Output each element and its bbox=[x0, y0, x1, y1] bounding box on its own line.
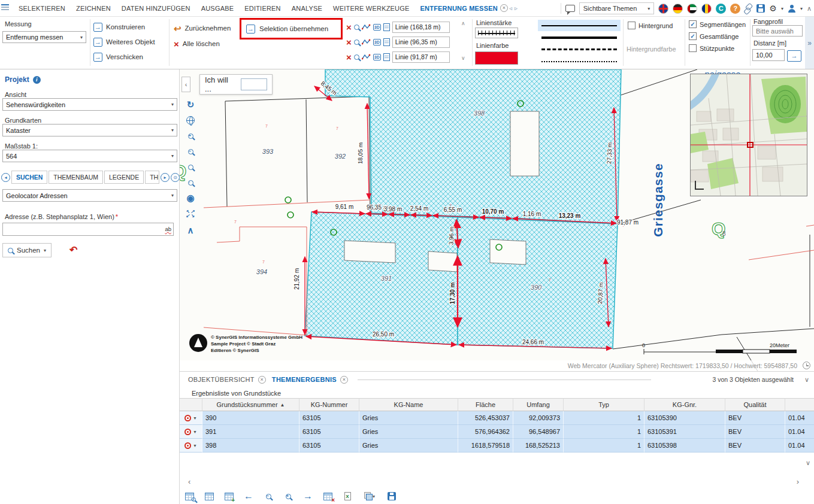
menu-selektieren[interactable]: SELEKTIEREN bbox=[13, 5, 71, 12]
line-entry[interactable]: Linie (96,35 m) bbox=[392, 37, 450, 48]
zoom-out-icon[interactable] bbox=[183, 145, 198, 158]
line-style-option[interactable] bbox=[538, 20, 621, 31]
zoom-previous-icon[interactable] bbox=[183, 160, 198, 174]
excel-export-icon[interactable]: X bbox=[341, 490, 353, 502]
header-kg-name[interactable]: KG-Name bbox=[359, 398, 458, 411]
record-icon[interactable] bbox=[184, 415, 191, 421]
cookie-settings-icon[interactable]: C bbox=[716, 4, 726, 14]
spellcheck-icon[interactable]: ab bbox=[165, 226, 171, 232]
user-icon[interactable] bbox=[788, 5, 796, 13]
geolocator-select[interactable]: Geolocator Adressen ▾ bbox=[2, 189, 177, 202]
export-icon[interactable]: ▾ bbox=[361, 490, 378, 502]
zoom-to-line-icon[interactable] bbox=[354, 25, 359, 30]
table-row[interactable]: ▼ 390 63105 Gries 526,453037 92,009373 1… bbox=[180, 411, 814, 425]
menu-daten-hinzufuegen[interactable]: DATEN HINZUFÜGEN bbox=[116, 5, 196, 12]
zoom-in-icon[interactable] bbox=[282, 490, 294, 502]
globe-icon[interactable] bbox=[183, 114, 198, 127]
collapse-sidebar-icon[interactable]: ‹ bbox=[181, 77, 190, 92]
horizontal-scrollbar[interactable]: ‹ › bbox=[180, 477, 804, 488]
tab-suchen[interactable]: SUCHEN bbox=[11, 171, 47, 184]
center-map-icon[interactable]: ◉ bbox=[183, 192, 198, 205]
caret-down-icon[interactable]: ▼ bbox=[193, 430, 197, 434]
measure-line-icon[interactable] bbox=[362, 53, 371, 60]
table-add-icon[interactable]: + bbox=[223, 490, 235, 502]
alle-loeschen-button[interactable]: × Alle löschen bbox=[174, 38, 220, 49]
grundkarten-select[interactable]: Kataster ▾ bbox=[2, 124, 177, 136]
record-icon[interactable] bbox=[184, 442, 191, 449]
menu-analyse[interactable]: ANALYSE bbox=[286, 5, 328, 12]
table-icon[interactable] bbox=[203, 490, 215, 502]
fangprofil-select[interactable]: Bitte auswäh bbox=[752, 25, 803, 37]
menu-zeichnen[interactable]: ZEICHNEN bbox=[71, 5, 116, 12]
line-width-select[interactable] bbox=[475, 28, 518, 38]
info-icon[interactable]: i bbox=[33, 76, 41, 84]
zoom-to-line-icon[interactable] bbox=[354, 40, 359, 45]
clear-selection-icon[interactable]: × bbox=[322, 490, 334, 502]
header-datum[interactable] bbox=[785, 398, 814, 411]
nav-prev-icon[interactable]: ◃ bbox=[508, 5, 513, 11]
header-qualitaet[interactable]: Qualität bbox=[725, 398, 785, 411]
close-icon[interactable]: × bbox=[340, 376, 348, 384]
zoom-to-line-icon[interactable] bbox=[354, 54, 359, 60]
collapse-panel-icon[interactable]: ∨ bbox=[800, 376, 814, 384]
scroll-down-icon[interactable]: ∨ bbox=[806, 459, 810, 467]
verschicken-button[interactable]: → Verschicken bbox=[93, 51, 143, 62]
app-menu-icon[interactable] bbox=[1, 4, 9, 12]
caret-down-icon[interactable]: ▼ bbox=[193, 444, 197, 448]
apply-distanz-button[interactable]: → bbox=[787, 50, 801, 62]
selektion-uebernehmen-button[interactable]: → Selektion übernehmen bbox=[240, 18, 343, 40]
massstab-combo[interactable]: 564 ▾ bbox=[2, 150, 177, 162]
caret-down-icon[interactable]: ▾ bbox=[800, 6, 803, 11]
full-extent-icon[interactable]: ↖↗↙↘ bbox=[183, 207, 198, 220]
tabs-scroll-right-icon[interactable]: ▸ bbox=[161, 173, 170, 182]
measure-line-icon[interactable] bbox=[362, 23, 371, 31]
language-arabic-icon[interactable] bbox=[687, 4, 697, 14]
menu-ausgabe[interactable]: AUSGABE bbox=[196, 5, 240, 12]
adresse-input[interactable] bbox=[3, 223, 163, 235]
ich-will-input[interactable] bbox=[241, 78, 267, 90]
header-typ[interactable]: Typ bbox=[564, 398, 644, 411]
tab-legende[interactable]: LEGENDE bbox=[104, 171, 144, 184]
view-3d-icon[interactable]: 3D bbox=[373, 54, 381, 60]
tab-themen[interactable]: THEM bbox=[145, 171, 159, 184]
ansicht-select[interactable]: Sehenswürdigkeiten ▾ bbox=[2, 98, 177, 111]
tab-objektuebersicht[interactable]: OBJEKTÜBERSICHT × bbox=[188, 376, 266, 384]
scroll-left-icon[interactable]: ‹ bbox=[188, 477, 190, 486]
stuetzpunkte-checkbox[interactable]: Stützpunkte bbox=[689, 44, 734, 52]
collapse-tools-icon[interactable]: ∧ bbox=[183, 224, 198, 237]
tabs-more-icon[interactable]: ⊙ bbox=[171, 173, 180, 182]
clock-icon[interactable] bbox=[803, 362, 810, 369]
scroll-lines-up-icon[interactable]: ∧ bbox=[461, 20, 465, 26]
view-3d-icon[interactable]: 3D bbox=[373, 24, 381, 31]
header-grundstuecksnummer[interactable]: Grundstücksnummer ▲ bbox=[202, 398, 299, 411]
line-entry[interactable]: Linie (91,87 m) bbox=[392, 51, 450, 63]
language-english-icon[interactable] bbox=[658, 4, 668, 14]
delete-line-icon[interactable]: × bbox=[346, 53, 352, 62]
nav-next-icon[interactable]: ▹ bbox=[513, 5, 519, 11]
line-style-option[interactable] bbox=[538, 32, 621, 43]
scroll-right-icon[interactable]: › bbox=[797, 477, 799, 486]
caret-down-icon[interactable]: ▾ bbox=[781, 6, 783, 11]
suchen-button[interactable]: Suchen ▾ bbox=[2, 243, 52, 257]
expand-ribbon-icon[interactable]: » bbox=[805, 17, 814, 69]
menu-entfernung-messen[interactable]: ENTFERNUNG MESSEN bbox=[415, 5, 500, 12]
line-entry[interactable]: Linie (168,18 m) bbox=[392, 22, 450, 33]
menu-editieren[interactable]: EDITIEREN bbox=[239, 5, 286, 12]
close-icon[interactable]: × bbox=[258, 376, 266, 384]
messung-select[interactable]: Entfernung messen ▾ bbox=[2, 31, 86, 43]
weiteres-objekt-button[interactable]: → Weiteres Objekt bbox=[93, 37, 155, 47]
delete-line-icon[interactable]: × bbox=[346, 38, 352, 47]
zoom-to-selection-icon[interactable] bbox=[183, 490, 195, 502]
header-umfang[interactable]: Umfang bbox=[513, 398, 564, 411]
table-row[interactable]: ▼ 398 63105 Gries 1618,579518 168,525213… bbox=[180, 439, 814, 453]
line-details-icon[interactable] bbox=[383, 23, 390, 31]
hintergrund-checkbox[interactable]: Hintergrund bbox=[628, 22, 673, 29]
collapse-menubar-icon[interactable]: ∧ bbox=[807, 5, 812, 13]
tabs-scroll-left-icon[interactable]: ◂ bbox=[1, 173, 10, 182]
visible-themes-dropdown[interactable]: Sichtbare Themen ▾ bbox=[579, 2, 655, 14]
measure-line-icon[interactable] bbox=[362, 38, 371, 45]
previous-record-icon[interactable]: ← bbox=[243, 490, 255, 502]
refresh-icon[interactable]: ↻ bbox=[183, 98, 198, 111]
view-3d-icon[interactable]: 3D bbox=[373, 39, 381, 45]
distanz-input[interactable]: 10,00 bbox=[752, 49, 785, 61]
